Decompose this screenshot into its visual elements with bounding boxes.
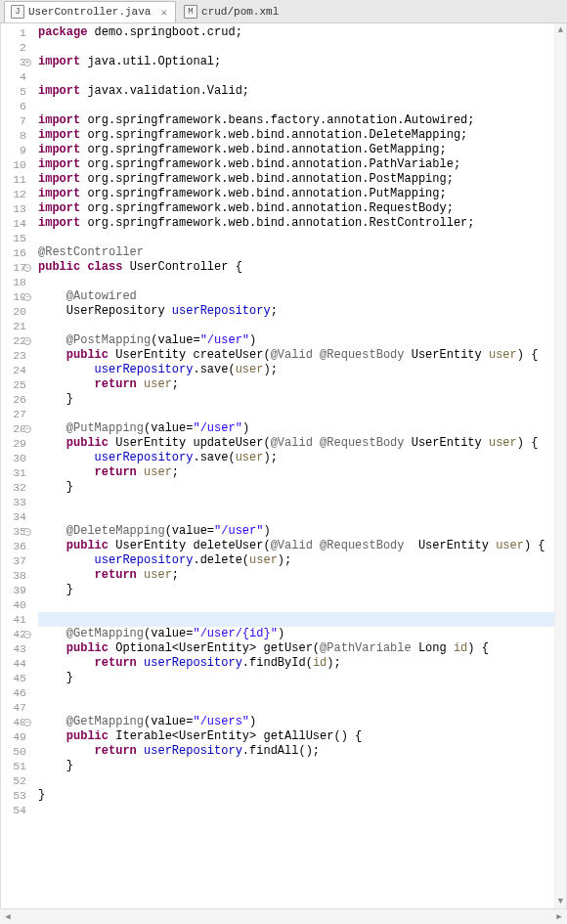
- line-number-gutter[interactable]: 1234567891011121314151617181920212223242…: [1, 23, 32, 908]
- code-line[interactable]: @GetMapping(value="/user/{id}"): [38, 627, 554, 641]
- code-line[interactable]: [38, 495, 554, 509]
- line-number[interactable]: 37: [1, 553, 30, 568]
- line-number[interactable]: 41: [1, 612, 30, 627]
- editor-tab-0[interactable]: JUserController.java✕: [4, 1, 176, 22]
- line-number[interactable]: 49: [1, 729, 30, 744]
- line-number[interactable]: 10: [1, 157, 30, 172]
- code-line[interactable]: import javax.validation.Valid;: [38, 84, 554, 99]
- code-line[interactable]: public Iterable<UserEntity> getAllUser()…: [38, 729, 554, 744]
- code-line[interactable]: userRepository.delete(user);: [38, 553, 554, 568]
- fold-collapse-icon[interactable]: [23, 337, 31, 345]
- code-line[interactable]: import org.springframework.beans.factory…: [38, 113, 554, 128]
- code-line[interactable]: [38, 40, 554, 55]
- line-number[interactable]: 33: [1, 495, 30, 509]
- line-number[interactable]: 20: [1, 304, 30, 319]
- fold-expand-icon[interactable]: [23, 59, 31, 66]
- code-line[interactable]: package demo.springboot.crud;: [38, 25, 554, 40]
- code-line[interactable]: public Optional<UserEntity> getUser(@Pat…: [38, 641, 554, 656]
- line-number[interactable]: 53: [1, 788, 30, 803]
- code-line[interactable]: import org.springframework.web.bind.anno…: [38, 128, 554, 143]
- fold-collapse-icon[interactable]: [23, 631, 31, 638]
- scroll-right-icon[interactable]: ▶: [551, 909, 567, 925]
- line-number[interactable]: 48: [1, 715, 30, 729]
- line-number[interactable]: 23: [1, 348, 30, 363]
- code-line[interactable]: UserRepository userRepository;: [38, 304, 554, 319]
- code-line[interactable]: }: [38, 759, 554, 773]
- line-number[interactable]: 32: [1, 480, 30, 495]
- code-line[interactable]: @PutMapping(value="/user"): [38, 421, 554, 436]
- code-line[interactable]: return userRepository.findAll();: [38, 744, 554, 759]
- line-number[interactable]: 16: [1, 245, 30, 260]
- editor-tab-1[interactable]: Mcrud/pom.xml: [178, 1, 284, 22]
- code-line[interactable]: public class UserController {: [38, 260, 554, 275]
- code-line[interactable]: import org.springframework.web.bind.anno…: [38, 216, 554, 231]
- horizontal-scrollbar[interactable]: ◀ ▶: [0, 908, 567, 924]
- code-line[interactable]: import org.springframework.web.bind.anno…: [38, 157, 554, 172]
- code-line[interactable]: [38, 773, 554, 788]
- line-number[interactable]: 40: [1, 597, 30, 612]
- code-line[interactable]: return user;: [38, 377, 554, 392]
- code-line[interactable]: @GetMapping(value="/users"): [38, 715, 554, 729]
- fold-collapse-icon[interactable]: [23, 425, 31, 433]
- line-number[interactable]: 52: [1, 773, 30, 788]
- code-line[interactable]: [38, 612, 554, 627]
- code-line[interactable]: [38, 231, 554, 245]
- code-line[interactable]: @DeleteMapping(value="/user"): [38, 524, 554, 539]
- line-number[interactable]: 47: [1, 700, 30, 715]
- line-number[interactable]: 51: [1, 759, 30, 773]
- line-number[interactable]: 30: [1, 451, 30, 465]
- code-line[interactable]: import org.springframework.web.bind.anno…: [38, 172, 554, 187]
- scroll-left-icon[interactable]: ◀: [0, 909, 16, 925]
- code-line[interactable]: }: [38, 480, 554, 495]
- line-number[interactable]: 22: [1, 333, 30, 348]
- line-number[interactable]: 54: [1, 803, 30, 817]
- line-number[interactable]: 12: [1, 187, 30, 201]
- code-line[interactable]: [38, 275, 554, 289]
- line-number[interactable]: 43: [1, 641, 30, 656]
- line-number[interactable]: 25: [1, 377, 30, 392]
- close-icon[interactable]: ✕: [158, 6, 169, 19]
- code-line[interactable]: public UserEntity updateUser(@Valid @Req…: [38, 436, 554, 451]
- code-line[interactable]: }: [38, 583, 554, 597]
- line-number[interactable]: 24: [1, 363, 30, 377]
- line-number[interactable]: 29: [1, 436, 30, 451]
- scroll-track[interactable]: [555, 37, 566, 895]
- code-line[interactable]: public UserEntity deleteUser(@Valid @Req…: [38, 539, 554, 553]
- code-line[interactable]: [38, 685, 554, 700]
- code-line[interactable]: [38, 99, 554, 113]
- line-number[interactable]: 44: [1, 656, 30, 671]
- code-line[interactable]: [38, 803, 554, 817]
- line-number[interactable]: 14: [1, 216, 30, 231]
- code-line[interactable]: [38, 700, 554, 715]
- code-line[interactable]: [38, 407, 554, 421]
- line-number[interactable]: 50: [1, 744, 30, 759]
- line-number[interactable]: 31: [1, 465, 30, 480]
- line-number[interactable]: 27: [1, 407, 30, 421]
- code-line[interactable]: import org.springframework.web.bind.anno…: [38, 187, 554, 201]
- code-line[interactable]: return user;: [38, 465, 554, 480]
- code-line[interactable]: @RestController: [38, 245, 554, 260]
- scroll-down-icon[interactable]: ▼: [555, 895, 566, 908]
- line-number[interactable]: 13: [1, 201, 30, 216]
- code-line[interactable]: return user;: [38, 568, 554, 583]
- line-number[interactable]: 26: [1, 392, 30, 407]
- line-number[interactable]: 36: [1, 539, 30, 553]
- scroll-up-icon[interactable]: ▲: [555, 23, 566, 37]
- line-number[interactable]: 6: [1, 99, 30, 113]
- fold-collapse-icon[interactable]: [23, 264, 31, 272]
- line-number[interactable]: 11: [1, 172, 30, 187]
- code-editor-area[interactable]: package demo.springboot.crud; import jav…: [32, 23, 554, 908]
- code-line[interactable]: }: [38, 392, 554, 407]
- code-line[interactable]: userRepository.save(user);: [38, 363, 554, 377]
- code-line[interactable]: userRepository.save(user);: [38, 451, 554, 465]
- line-number[interactable]: 3: [1, 55, 30, 69]
- line-number[interactable]: 42: [1, 627, 30, 641]
- line-number[interactable]: 35: [1, 524, 30, 539]
- line-number[interactable]: 7: [1, 113, 30, 128]
- line-number[interactable]: 5: [1, 84, 30, 99]
- code-line[interactable]: }: [38, 788, 554, 803]
- line-number[interactable]: 21: [1, 319, 30, 333]
- line-number[interactable]: 39: [1, 583, 30, 597]
- code-line[interactable]: public UserEntity createUser(@Valid @Req…: [38, 348, 554, 363]
- line-number[interactable]: 45: [1, 671, 30, 685]
